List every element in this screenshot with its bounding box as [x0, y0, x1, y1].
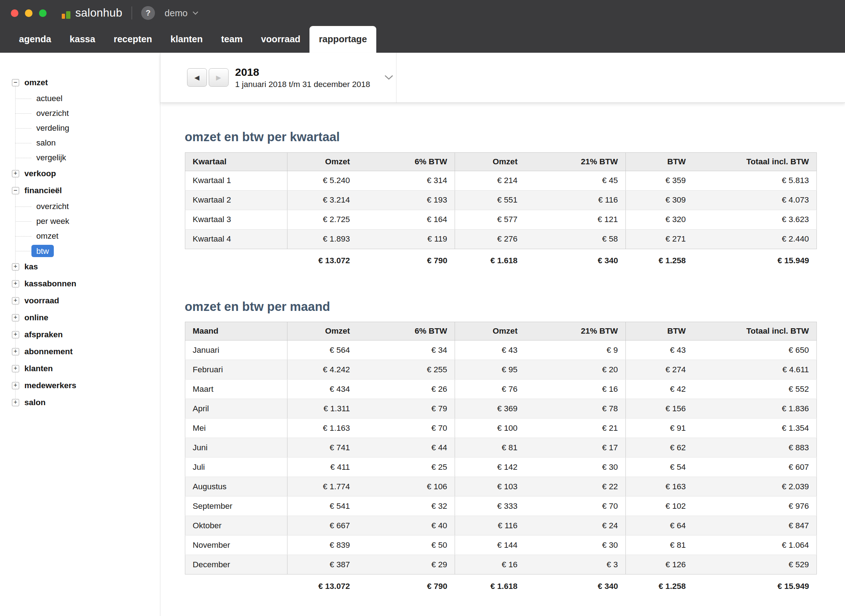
- tab-kassa[interactable]: kassa: [60, 26, 104, 53]
- sidebar-item-label: afspraken: [25, 330, 63, 339]
- expand-icon[interactable]: +: [12, 280, 19, 287]
- section-title: omzet en btw per maand: [185, 300, 817, 314]
- sidebar-item-medewerkers[interactable]: +medewerkers: [12, 377, 160, 394]
- tab-team[interactable]: team: [212, 26, 252, 53]
- sidebar-item-abonnement[interactable]: +abonnement: [12, 343, 160, 360]
- sidebar-item-online[interactable]: +online: [12, 309, 160, 326]
- sidebar-item-omzet[interactable]: −omzet: [12, 74, 160, 91]
- expand-icon[interactable]: +: [12, 382, 19, 389]
- column-header: Omzet: [288, 153, 358, 171]
- table-cell: Maart: [185, 380, 288, 399]
- sidebar-tree: −omzetactueeloverzichtverdelingsalonverg…: [12, 74, 160, 411]
- sidebar-item-salon[interactable]: +salon: [12, 394, 160, 411]
- expand-icon[interactable]: +: [12, 365, 19, 372]
- total-cell: € 15.949: [693, 249, 817, 273]
- table-cell: € 369: [455, 399, 525, 418]
- table-cell: Augustus: [185, 477, 288, 496]
- table-cell: € 43: [455, 340, 525, 360]
- tree-item: +online: [12, 309, 160, 326]
- sidebar-subitem-salon[interactable]: salon: [12, 136, 160, 151]
- column-header: BTW: [626, 153, 693, 171]
- table-cell: € 274: [626, 360, 693, 380]
- sidebar-item-verkoop[interactable]: +verkoop: [12, 166, 160, 182]
- titlebar: salonhub ? demo: [0, 0, 845, 26]
- table-cell: € 76: [455, 380, 525, 399]
- expand-icon[interactable]: +: [12, 314, 19, 321]
- previous-period-button[interactable]: ◀: [187, 68, 207, 87]
- table-cell: December: [185, 555, 288, 575]
- sidebar-item-klanten[interactable]: +klanten: [12, 360, 160, 377]
- table-cell: € 79: [358, 399, 455, 418]
- expand-icon[interactable]: +: [12, 348, 19, 355]
- table-row: Maart€ 434€ 26€ 76€ 16€ 42€ 552: [185, 380, 817, 399]
- table-cell: € 551: [455, 190, 525, 210]
- table-cell: € 976: [693, 496, 817, 516]
- table-cell: € 142: [455, 458, 525, 477]
- expand-icon[interactable]: +: [12, 263, 19, 270]
- table-cell: € 44: [358, 438, 455, 458]
- table-cell: € 411: [288, 458, 358, 477]
- expand-icon[interactable]: +: [12, 399, 19, 406]
- table-cell: € 333: [455, 496, 525, 516]
- report-tables: omzet en btw per kwartaalKwartaalOmzet6%…: [185, 130, 817, 598]
- chevron-down-icon[interactable]: [384, 75, 394, 80]
- tab-voorraad[interactable]: voorraad: [252, 26, 310, 53]
- table-cell: € 4.242: [288, 360, 358, 380]
- sidebar-item-kassabonnen[interactable]: +kassabonnen: [12, 276, 160, 292]
- sidebar-subitem-label: omzet: [37, 232, 59, 241]
- total-cell: € 1.258: [626, 249, 693, 273]
- table-row: Kwartaal 3€ 2.725€ 164€ 577€ 121€ 320€ 3…: [185, 210, 817, 229]
- collapse-icon[interactable]: −: [12, 79, 19, 86]
- expand-icon[interactable]: +: [12, 170, 19, 177]
- sidebar-subitem-label: verdeling: [37, 123, 69, 132]
- expand-icon[interactable]: +: [12, 297, 19, 304]
- sidebar-subitem-verdeling[interactable]: verdeling: [12, 121, 160, 136]
- table-row: Augustus€ 1.774€ 106€ 103€ 22€ 163€ 2.03…: [185, 477, 817, 496]
- column-header: 6% BTW: [358, 153, 455, 171]
- collapse-icon[interactable]: −: [12, 187, 19, 194]
- sidebar-item-afspraken[interactable]: +afspraken: [12, 326, 160, 343]
- zoom-button[interactable]: [39, 9, 47, 17]
- sidebar-item-kas[interactable]: +kas: [12, 258, 160, 276]
- tab-recepten[interactable]: recepten: [104, 26, 161, 53]
- table-cell: € 564: [288, 340, 358, 360]
- expand-icon[interactable]: +: [12, 331, 19, 338]
- table-cell: € 32: [358, 496, 455, 516]
- sidebar-subitem-overzicht[interactable]: overzicht: [12, 106, 160, 121]
- sidebar-subitem-label: overzicht: [37, 109, 69, 118]
- brand-name: salonhub: [75, 7, 122, 19]
- column-header: Omzet: [455, 322, 525, 340]
- sidebar-subitem-vergelijk[interactable]: vergelijk: [12, 151, 160, 166]
- column-header: BTW: [626, 322, 693, 340]
- sidebar-item-label: kassabonnen: [25, 279, 76, 289]
- sidebar-subitem-label: vergelijk: [37, 153, 66, 162]
- total-cell: € 1.258: [626, 575, 693, 598]
- next-period-button[interactable]: ▶: [209, 68, 229, 87]
- sidebar-subitem-overzicht[interactable]: overzicht: [12, 199, 160, 214]
- table-cell: € 95: [455, 360, 525, 380]
- header-divider: [396, 53, 397, 103]
- period-selector[interactable]: 2018 1 januari 2018 t/m 31 december 2018: [235, 66, 370, 89]
- chevron-down-icon: [192, 11, 199, 15]
- sidebar-subitem-actueel[interactable]: actueel: [12, 91, 160, 106]
- column-header: 21% BTW: [525, 153, 625, 171]
- table-cell: € 43: [626, 340, 693, 360]
- table-cell: € 1.163: [288, 418, 358, 438]
- table-cell: € 5.240: [288, 171, 358, 190]
- close-button[interactable]: [11, 9, 18, 17]
- main-panel: ◀ ▶ 2018 1 januari 2018 t/m 31 december …: [160, 53, 845, 616]
- tab-agenda[interactable]: agenda: [10, 26, 60, 53]
- sidebar-subitem-omzet[interactable]: omzet: [12, 229, 160, 244]
- tab-klanten[interactable]: klanten: [161, 26, 212, 53]
- table-cell: € 3: [525, 555, 625, 575]
- sidebar-subitem-btw[interactable]: btw: [12, 244, 160, 258]
- sidebar-item-financie-l[interactable]: −financieël: [12, 182, 160, 199]
- sidebar-subitem-per-week[interactable]: per week: [12, 214, 160, 229]
- tab-rapportage[interactable]: rapportage: [310, 26, 376, 53]
- account-menu[interactable]: demo: [165, 8, 199, 18]
- sidebar-item-voorraad[interactable]: +voorraad: [12, 292, 160, 309]
- help-button[interactable]: ?: [141, 6, 155, 20]
- table-cell: € 314: [358, 171, 455, 190]
- minimize-button[interactable]: [25, 9, 32, 17]
- account-name: demo: [165, 8, 188, 18]
